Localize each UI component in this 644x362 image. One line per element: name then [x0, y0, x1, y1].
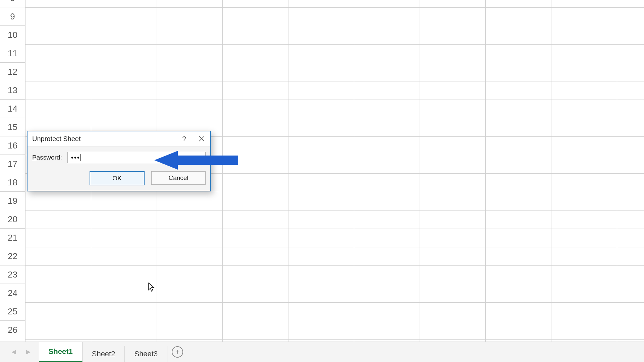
password-input[interactable]: •••: [67, 152, 206, 163]
row-header[interactable]: 14: [0, 100, 25, 118]
unprotect-sheet-dialog: Unprotect Sheet ? Password: ••• OK Cance…: [27, 131, 211, 191]
help-icon: ?: [182, 135, 186, 143]
row-header[interactable]: 21: [0, 229, 25, 247]
close-button[interactable]: [193, 131, 210, 146]
row-header[interactable]: 26: [0, 321, 25, 339]
new-sheet-button[interactable]: +: [167, 342, 187, 362]
dialog-titlebar[interactable]: Unprotect Sheet ?: [28, 131, 210, 146]
row-header[interactable]: 25: [0, 302, 25, 321]
close-icon: [199, 136, 205, 142]
row-header[interactable]: 22: [0, 247, 25, 265]
cancel-button-label: Cancel: [168, 174, 188, 182]
text-caret: [80, 154, 80, 161]
row-header[interactable]: 17: [0, 155, 25, 173]
sheet-tab-strip: ◄ ► Sheet1Sheet2Sheet3 +: [0, 342, 644, 362]
sheet-tab-sheet1[interactable]: Sheet1: [39, 342, 83, 362]
ok-button-label: OK: [112, 175, 121, 182]
help-button[interactable]: ?: [175, 131, 193, 146]
sheet-tab-sheet2[interactable]: Sheet2: [83, 346, 125, 362]
row-header[interactable]: 12: [0, 63, 25, 81]
row-header[interactable]: 10: [0, 26, 25, 44]
row-header[interactable]: 9: [0, 7, 25, 26]
sheet-tab-sheet3[interactable]: Sheet3: [125, 346, 167, 362]
row-header[interactable]: 24: [0, 284, 25, 302]
row-header[interactable]: 13: [0, 81, 25, 100]
cancel-button[interactable]: Cancel: [151, 171, 206, 185]
row-header[interactable]: 15: [0, 118, 25, 136]
dialog-title: Unprotect Sheet: [28, 135, 175, 143]
ok-button[interactable]: OK: [90, 171, 145, 185]
row-header[interactable]: 18: [0, 173, 25, 192]
password-label: Password:: [32, 154, 62, 161]
row-header[interactable]: 11: [0, 44, 25, 63]
row-header[interactable]: 8: [0, 0, 25, 7]
tab-nav-next-icon[interactable]: ►: [25, 348, 32, 356]
dialog-body: Password: •••: [28, 146, 210, 166]
row-header[interactable]: 23: [0, 265, 25, 284]
plus-icon: +: [172, 346, 183, 358]
sheet-tabs: Sheet1Sheet2Sheet3: [39, 342, 168, 362]
row-header[interactable]: 19: [0, 192, 25, 210]
row-header[interactable]: 20: [0, 210, 25, 229]
tab-nav-prev-icon[interactable]: ◄: [10, 348, 17, 356]
row-header-column: 891011121314151617181920212223242526: [0, 0, 25, 342]
dialog-button-row: OK Cancel: [28, 166, 210, 191]
tab-navigation: ◄ ►: [0, 342, 39, 362]
row-header[interactable]: 16: [0, 136, 25, 155]
password-mask: •••: [71, 154, 80, 162]
